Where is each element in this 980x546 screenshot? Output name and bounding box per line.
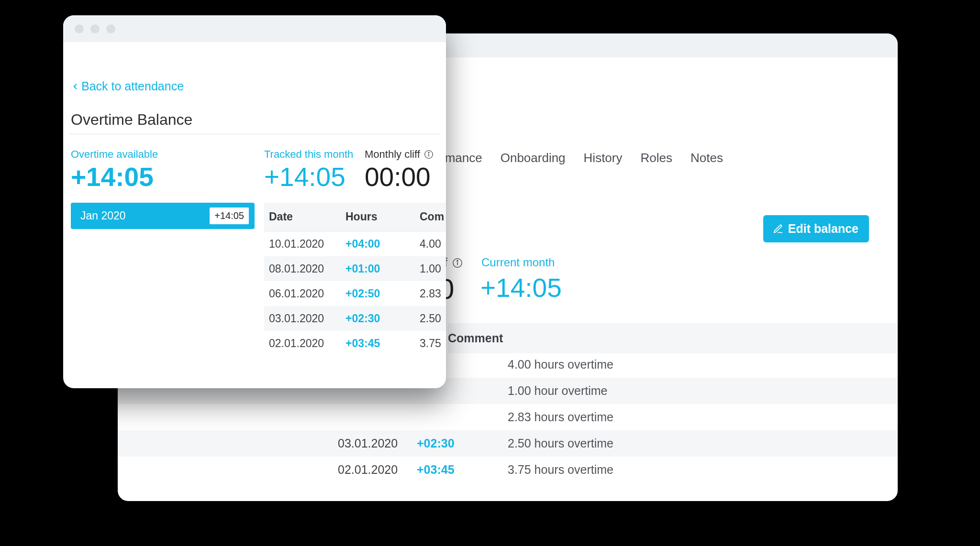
info-icon[interactable] — [424, 150, 434, 159]
month-label: Jan 2020 — [80, 209, 126, 222]
cell-com: 4.00 — [420, 238, 446, 251]
cell-date: 06.01.2020 — [264, 287, 345, 300]
table-row: 08.01.2020 +01:00 1.00 — [264, 256, 446, 281]
info-icon[interactable] — [452, 258, 463, 268]
svg-point-5 — [428, 152, 429, 153]
cell-hours: +01:00 — [345, 262, 420, 275]
traffic-light-zoom-icon[interactable] — [106, 24, 115, 33]
overtime-table-front: Date Hours Com 10.01.2020 +04:00 4.00 08… — [264, 203, 446, 356]
cell-com: 2.83 — [420, 287, 446, 300]
cell-com: 3.75 — [420, 337, 446, 350]
stat-value: 00:00 — [365, 164, 434, 191]
divider — [70, 134, 439, 134]
stat-value: +14:05 — [71, 164, 158, 191]
table-row: 2.83 hours overtime — [118, 404, 898, 430]
table-row: 10.01.2020 +04:00 4.00 — [264, 231, 446, 256]
tab-history[interactable]: History — [584, 151, 623, 165]
back-link-label: Back to attendance — [81, 79, 184, 93]
cell-comment: 2.50 hours overtime — [508, 437, 613, 450]
pencil-icon — [773, 224, 783, 234]
cell-comment: 3.75 hours overtime — [508, 463, 613, 477]
tab-performance[interactable]: rmance — [441, 151, 482, 165]
cell-date: 03.01.2020 — [264, 312, 345, 325]
tab-notes[interactable]: Notes — [690, 151, 723, 165]
stat-overtime-available: Overtime available +14:05 — [71, 148, 158, 191]
cell-hours: +02:30 — [417, 437, 508, 450]
table-row: 03.01.2020 +02:30 2.50 hours overtime — [118, 430, 898, 457]
column-header-hours: Hours — [345, 210, 420, 223]
back-to-attendance-link[interactable]: Back to attendance — [71, 79, 184, 93]
stat-monthly-cliff: Monthly cliff 00:00 — [365, 148, 434, 191]
window-front: Back to attendance Overtime Balance Over… — [63, 15, 446, 388]
tab-roles[interactable]: Roles — [641, 151, 672, 165]
stat-tracked-this-month: Tracked this month +14:05 — [264, 148, 353, 191]
cell-hours: +02:50 — [345, 287, 420, 300]
stat-value: +14:05 — [264, 164, 353, 191]
edit-balance-label: Edit balance — [788, 222, 858, 236]
cell-com: 1.00 — [420, 262, 446, 275]
cell-comment: 1.00 hour overtime — [508, 384, 607, 398]
cell-date: 02.01.2020 — [264, 337, 345, 350]
cell-com: 2.50 — [420, 312, 446, 325]
page-title: Overtime Balance — [71, 111, 192, 129]
svg-point-2 — [457, 260, 458, 261]
current-month-value: +14:05 — [480, 273, 562, 303]
column-header-date: Date — [264, 210, 345, 223]
cell-hours: +03:45 — [345, 337, 420, 350]
traffic-light-minimize-icon[interactable] — [90, 24, 100, 33]
cell-date: 08.01.2020 — [264, 262, 345, 275]
titlebar — [63, 15, 446, 42]
cell-date: 03.01.2020 — [338, 437, 417, 450]
table-header: Date Hours Com — [264, 203, 446, 231]
cell-comment: 2.83 hours overtime — [508, 410, 613, 424]
month-balance-badge: +14:05 — [210, 207, 249, 224]
month-selector[interactable]: Jan 2020 +14:05 — [71, 203, 255, 229]
column-header-com: Com — [420, 210, 446, 223]
traffic-light-close-icon[interactable] — [75, 24, 84, 33]
cell-date: 02.01.2020 — [338, 463, 417, 477]
table-row: 03.01.2020 +02:30 2.50 — [264, 306, 446, 331]
cell-hours: +03:45 — [417, 463, 508, 477]
cell-hours: +02:30 — [345, 312, 420, 325]
tab-strip: rmance Onboarding History Roles Notes — [441, 151, 723, 165]
cell-hours: +04:00 — [345, 238, 420, 251]
chevron-left-icon — [71, 82, 79, 91]
cliff-label-text: Monthly cliff — [365, 148, 420, 161]
cell-date: 10.01.2020 — [264, 238, 345, 251]
table-row: 02.01.2020 +03:45 3.75 hours overtime — [118, 457, 898, 483]
stat-label: Monthly cliff — [365, 148, 434, 161]
table-row: 02.01.2020 +03:45 3.75 — [264, 331, 446, 356]
cell-comment: 4.00 hours overtime — [508, 358, 613, 371]
tab-onboarding[interactable]: Onboarding — [501, 151, 566, 165]
stat-label: Overtime available — [71, 148, 158, 161]
table-row: 06.01.2020 +02:50 2.83 — [264, 281, 446, 306]
current-month-label: Current month — [481, 256, 555, 269]
stat-label: Tracked this month — [264, 148, 353, 161]
edit-balance-button[interactable]: Edit balance — [763, 215, 869, 242]
column-header-comment: Comment — [448, 323, 898, 353]
